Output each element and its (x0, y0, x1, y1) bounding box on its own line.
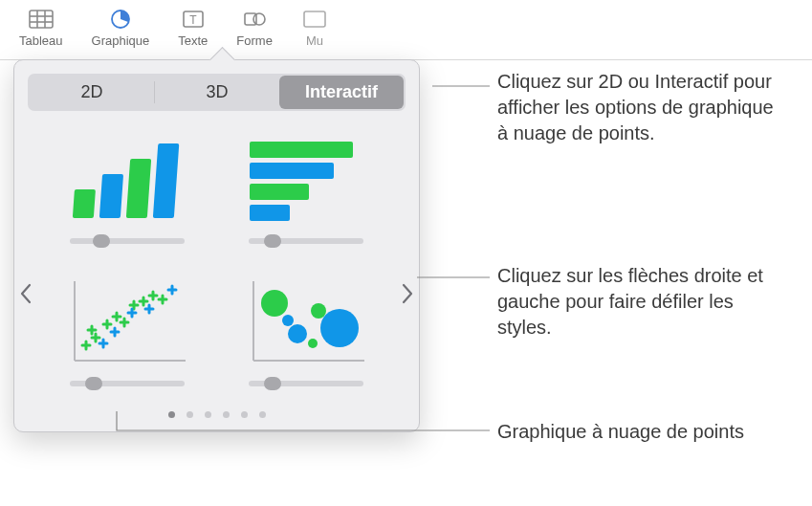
callout-text: Cliquez sur 2D ou Interactif pour affich… (497, 69, 784, 146)
callout-text: Graphique à nuage de points (497, 419, 784, 445)
callout-text: Cliquez sur les flèches droite et gauche… (497, 263, 784, 341)
